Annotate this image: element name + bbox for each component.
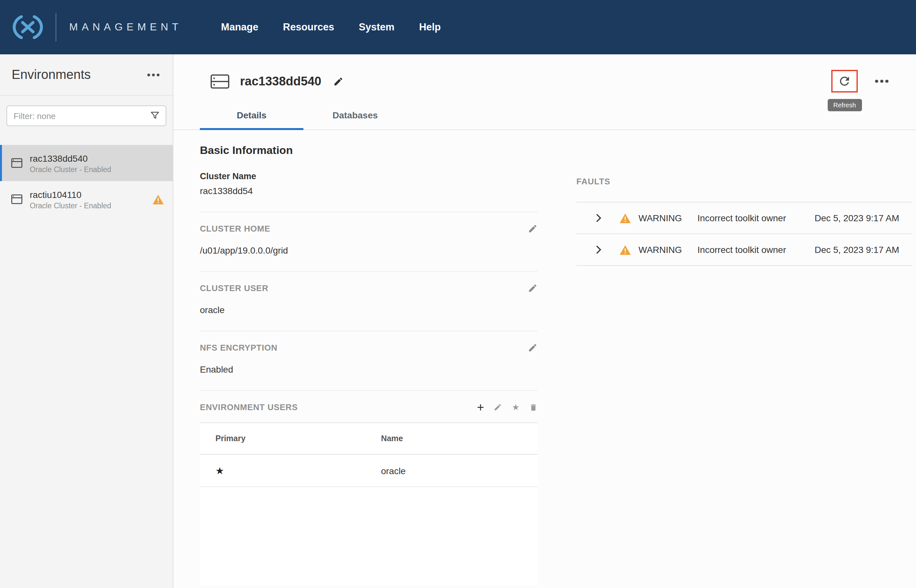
environment-subtitle: Oracle Cluster - Enabled	[30, 202, 111, 209]
fault-date: Dec 5, 2023 9:17 AM	[814, 213, 907, 223]
top-navbar: MANAGEMENT Manage Resources System Help	[0, 0, 916, 54]
filter-funnel-icon[interactable]	[150, 111, 160, 120]
menu-item-help[interactable]: Help	[419, 21, 441, 33]
tab-databases[interactable]: Databases	[304, 102, 407, 129]
header-actions: Refresh •••	[831, 70, 890, 92]
environments-sidebar: Environments •••	[0, 54, 173, 588]
main-menu: Manage Resources System Help	[221, 21, 441, 33]
fault-severity: WARNING	[638, 244, 682, 255]
column-primary: Primary	[215, 434, 381, 443]
faults-title: FAULTS	[577, 177, 912, 186]
environment-users-toolbar: + ★	[477, 401, 538, 414]
cluster-user-section: CLUSTER USER oracle	[200, 271, 538, 331]
environment-item-texts: ractiu104110 Oracle Cluster - Enabled	[30, 189, 111, 209]
brand-divider	[56, 13, 56, 41]
nfs-encryption-header: NFS ENCRYPTION	[200, 343, 538, 352]
environment-icon	[11, 194, 23, 204]
fault-description: Incorrect toolkit owner	[697, 213, 814, 223]
menu-item-system[interactable]: System	[359, 21, 394, 33]
cluster-user-value: oracle	[200, 305, 538, 315]
nfs-encryption-section: NFS ENCRYPTION Enabled	[200, 331, 538, 390]
main-panel: rac1338dd540 Refresh •••	[173, 54, 916, 588]
primary-star-icon: ★	[215, 466, 381, 475]
environment-users-label: ENVIRONMENT USERS	[200, 402, 298, 412]
delphix-logo-icon	[10, 14, 45, 40]
fault-severity: WARNING	[638, 213, 682, 223]
environment-users-table: Primary Name ★ oracle	[200, 422, 538, 585]
sidebar-header: Environments •••	[0, 54, 173, 96]
basic-information-title: Basic Information	[200, 144, 538, 157]
warning-icon	[620, 245, 631, 255]
fault-description: Incorrect toolkit owner	[697, 244, 814, 255]
app-window: MANAGEMENT Manage Resources System Help …	[0, 0, 916, 588]
menu-item-resources[interactable]: Resources	[283, 21, 334, 33]
cluster-name-value: rac1338dd54	[200, 186, 538, 196]
cluster-name-label: Cluster Name	[200, 171, 538, 181]
environment-name: ractiu104110	[30, 189, 111, 200]
cluster-icon	[210, 73, 229, 89]
expand-chevron-icon[interactable]	[596, 245, 602, 254]
brand-title: MANAGEMENT	[69, 21, 182, 33]
filter-input[interactable]	[6, 105, 166, 126]
refresh-container: Refresh	[831, 70, 858, 92]
fault-row[interactable]: WARNING Incorrect toolkit owner Dec 5, 2…	[577, 234, 912, 266]
nfs-encryption-value: Enabled	[200, 364, 538, 375]
cluster-home-label: CLUSTER HOME	[200, 224, 270, 234]
cluster-home-section: CLUSTER HOME /u01/app/19.0.0.0/grid	[200, 212, 538, 271]
refresh-button[interactable]	[831, 70, 858, 92]
sidebar-more-icon[interactable]: •••	[147, 70, 161, 79]
environment-name: rac1338dd540	[30, 153, 111, 163]
edit-nfs-encryption-icon[interactable]	[528, 343, 538, 352]
user-name: oracle	[381, 465, 522, 476]
edit-user-icon[interactable]	[494, 403, 502, 411]
set-primary-user-icon[interactable]: ★	[512, 403, 519, 411]
add-user-icon[interactable]: +	[477, 401, 484, 414]
fault-date: Dec 5, 2023 9:17 AM	[814, 244, 907, 255]
edit-cluster-home-icon[interactable]	[528, 224, 538, 234]
basic-information-column: Basic Information Cluster Name rac1338dd…	[200, 144, 538, 585]
warning-icon	[153, 194, 164, 204]
cluster-user-label: CLUSTER USER	[200, 283, 268, 293]
environment-more-icon[interactable]: •••	[875, 76, 890, 87]
environment-users-header: ENVIRONMENT USERS + ★	[200, 390, 538, 414]
refresh-tooltip: Refresh	[827, 99, 862, 111]
delete-user-icon[interactable]	[529, 403, 538, 412]
expand-chevron-icon[interactable]	[596, 213, 602, 223]
faults-list: WARNING Incorrect toolkit owner Dec 5, 2…	[577, 202, 912, 266]
warning-icon	[620, 213, 631, 223]
cluster-home-header: CLUSTER HOME	[200, 224, 538, 234]
environment-icon	[11, 158, 23, 168]
edit-cluster-user-icon[interactable]	[528, 283, 538, 293]
nfs-encryption-label: NFS ENCRYPTION	[200, 343, 278, 352]
environment-item-texts: rac1338dd540 Oracle Cluster - Enabled	[30, 153, 111, 173]
cluster-home-value: /u01/app/19.0.0.0/grid	[200, 245, 538, 255]
details-content: Basic Information Cluster Name rac1338dd…	[173, 130, 916, 585]
users-table-header: Primary Name	[200, 422, 538, 455]
environment-subtitle: Oracle Cluster - Enabled	[30, 165, 111, 173]
tab-bar: Details Databases	[173, 102, 916, 130]
fault-row[interactable]: WARNING Incorrect toolkit owner Dec 5, 2…	[577, 202, 912, 234]
environment-title: rac1338dd540	[240, 74, 321, 88]
menu-item-manage[interactable]: Manage	[221, 21, 258, 33]
environments-list: rac1338dd540 Oracle Cluster - Enabled ra…	[0, 145, 173, 217]
faults-panel: FAULTS	[577, 144, 912, 585]
cluster-name-field: Cluster Name rac1338dd54	[200, 171, 538, 196]
sidebar-title: Environments	[11, 67, 91, 82]
filter-container	[0, 96, 173, 136]
table-row[interactable]: ★ oracle	[200, 455, 538, 487]
column-name: Name	[381, 434, 522, 443]
cluster-user-header: CLUSTER USER	[200, 283, 538, 293]
environment-header: rac1338dd540 Refresh •••	[173, 54, 916, 92]
tab-details[interactable]: Details	[200, 102, 304, 129]
edit-title-icon[interactable]	[333, 76, 343, 86]
environment-item-ractiu104110[interactable]: ractiu104110 Oracle Cluster - Enabled	[0, 181, 173, 217]
environment-item-rac1338dd540[interactable]: rac1338dd540 Oracle Cluster - Enabled	[0, 145, 173, 181]
